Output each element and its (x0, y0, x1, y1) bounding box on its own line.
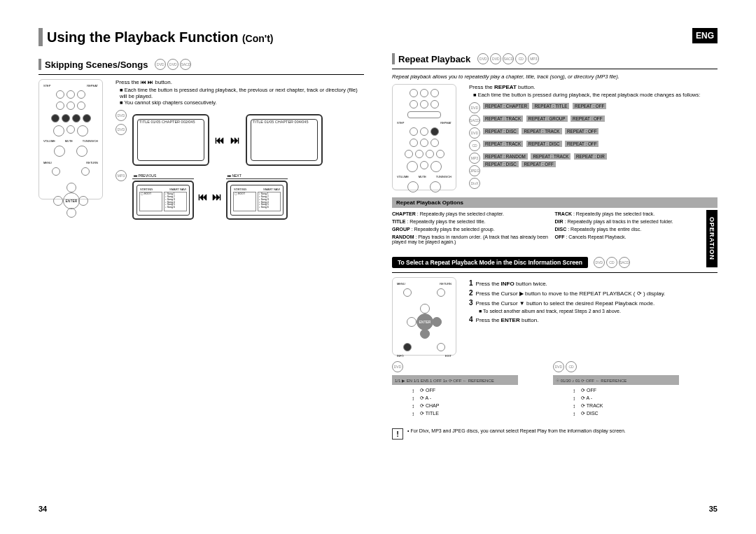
flow-item: ⟳ TITLE (420, 411, 518, 416)
mode-badge: REPEAT : DISC (483, 128, 519, 134)
disc-icon: DVD (155, 59, 166, 70)
disc-type-icons: DVD DVD SACD CD MP3 (477, 53, 539, 64)
tv-caption: TITLE 01/05 CHAPTER 004/045 (253, 120, 308, 124)
remote-dpad-diagram: MENURETURN ENTER INFOEXIT (392, 277, 456, 356)
option-item: CHAPTER : Repeatedly plays the selected … (392, 211, 555, 216)
step-1: 1Press the INFO button twice. (469, 279, 718, 287)
mode-badge: REPEAT : CHAPTER (483, 103, 529, 109)
mode-badge: REPEAT : OFF (570, 115, 604, 122)
step-3: 3Press the Cursor ▼ button to select the… (469, 299, 718, 307)
step-3-sub: ■ To select another album and track, rep… (479, 309, 718, 314)
bottom-diagrams: DVD 1/1 ▶ EN 1/1 EN5.1 OFF 1x ⟳ OFF ← RE… (392, 361, 718, 419)
section-accent-bar (38, 59, 41, 70)
disc-icon: MP3 (115, 170, 127, 181)
mode-badge: REPEAT : DISC (483, 161, 519, 167)
press-instruction: Press the REPEAT button. (469, 84, 718, 90)
page-number: 35 (709, 505, 718, 513)
disc-icon: DivX (469, 178, 480, 189)
page-left: Using the Playback Function (Con't) Skip… (38, 28, 364, 513)
section-accent-bar (392, 53, 395, 64)
remote-control-diagram: STEPREPEAT VOLUMEMUTETUNING/CH (392, 84, 456, 190)
disc-icon: DVD (469, 127, 480, 139)
tv-caption: TITLE 01/05 CHAPTER 002/045 (139, 120, 195, 124)
mini-label: ⏭ NEXT (226, 173, 288, 179)
disc-type-icons: DVD DVD SACD (155, 59, 191, 70)
disc-icon: CD (606, 257, 617, 268)
repeat-mode-row: DVD REPEAT : DISC REPEAT : TRACK REPEAT … (469, 127, 718, 139)
next-button[interactable] (83, 114, 91, 122)
note-icon: ! (392, 428, 403, 440)
option-item: GROUP : Repeatedly plays the selected gr… (392, 227, 555, 232)
disc-icon: DVD (490, 53, 501, 64)
skipping-section-header: Skipping Scenes/Songs DVD DVD SACD (38, 59, 364, 70)
mode-badge: REPEAT : TRACK (522, 128, 561, 134)
repeat-button[interactable] (430, 127, 439, 136)
tv-screen: TITLE 01/05 CHAPTER 004/045 (246, 114, 323, 166)
info-bar: ☉ 01/20 ♪ 01 ⟳ OFF ← REFERENCE (553, 375, 679, 385)
disc-icon: DVD (115, 110, 127, 121)
mode-badge: REPEAT : OFF (522, 161, 555, 167)
mode-badge: REPEAT : RANDOM (483, 153, 528, 160)
tv-screens-row: TITLE 01/05 CHAPTER 002/045 ⏮ ⏭ TITLE 01… (132, 114, 323, 166)
disc-icon: MP3 (528, 53, 539, 64)
main-title-row: Using the Playback Function (Con't) (38, 28, 364, 46)
select-mode-header: To Select a Repeat Playback Mode in the … (392, 257, 718, 268)
flow-item: ⟳ A - (581, 395, 679, 401)
enter-button[interactable]: ENTER (416, 314, 433, 330)
disc-icon: JPEG (469, 165, 480, 176)
info-button[interactable] (403, 343, 412, 351)
disc-icon: DVD (167, 59, 178, 70)
title-accent-bar (38, 28, 43, 46)
flow-item: ⟳ OFF (420, 388, 518, 393)
flow-item: ⟳ TRACK (581, 403, 679, 409)
disc-icon: SACD (180, 59, 191, 70)
flow-item: ⟳ A - (420, 395, 518, 401)
repeat-mode-row: SACD REPEAT : TRACK REPEAT : GROUP REPEA… (469, 115, 718, 126)
mode-badge: REPEAT : TRACK (483, 115, 523, 122)
disc-icon: DVD (115, 124, 127, 135)
remote-control-diagram: STEPREPEAT VOLUMEMUTETUNING/CH (38, 79, 103, 199)
next-icon: ⏭ (212, 191, 222, 202)
disc-icon: DVD (594, 257, 605, 268)
step-4: 4Press the ENTER button. (469, 316, 718, 323)
disc-icon: SACD (619, 257, 630, 268)
flow-item: ⟳ CHAP (420, 403, 518, 409)
intro-text: Repeat playback allows you to repeatedly… (392, 73, 718, 80)
mode-badge: REPEAT : OFF (573, 103, 606, 109)
mode-badge: REPEAT : DIR (574, 153, 607, 160)
section-divider (392, 272, 718, 273)
mode-badge: REPEAT : TRACK (483, 141, 523, 147)
next-icon: ⏭ (230, 134, 240, 146)
mode-badge: REPEAT : TRACK (531, 153, 570, 160)
option-item: DISC : Repeatedly plays the entire disc. (555, 227, 718, 232)
disc-icon: MP3 (469, 153, 480, 164)
disc-icon: DVD (553, 361, 564, 372)
mini-label: ⏮ PREVIOUS (132, 173, 194, 179)
disc-icon: CD (566, 361, 577, 372)
title-main: Using the Playback Function (47, 29, 238, 45)
mode-badge: REPEAT : DISC (526, 141, 562, 147)
option-item: RANDOM : Plays tracks in random order. (… (392, 234, 555, 244)
disc-icon: SACD (469, 115, 480, 126)
prev-icon: ⏮ (198, 191, 208, 202)
mini-screens-row: ⏮ PREVIOUS SORTINGSMART NAVI ▢ ROOT ♪ So… (132, 173, 288, 220)
options-grid: CHAPTER : Repeatedly plays the selected … (392, 211, 718, 247)
info-bar: 1/1 ▶ EN 1/1 EN5.1 OFF 1x ⟳ OFF ← REFERE… (392, 375, 518, 385)
note-text: • For Divx, MP3 and JPEG discs, you cann… (407, 428, 626, 440)
option-item: TRACK : Repeatedly plays the selected tr… (555, 211, 718, 216)
bullet-text: ■ Each time the button is pressed during… (120, 87, 364, 106)
page-title: Using the Playback Function (Con't) (47, 29, 273, 45)
section-divider (392, 69, 718, 69)
step-2: 2Press the Cursor ▶ button to move to th… (469, 289, 718, 297)
title-cont: (Con't) (242, 33, 274, 44)
select-mode-pill: To Select a Repeat Playback Mode in the … (392, 257, 588, 268)
tv-screen: TITLE 01/05 CHAPTER 002/045 (132, 114, 209, 166)
prev-button[interactable] (51, 114, 59, 122)
bullet-text: ■ Each time the button is pressed during… (473, 92, 718, 98)
option-item: TITLE : Repeatedly plays the selected ti… (392, 219, 555, 224)
mode-badge: REPEAT : OFF (565, 141, 598, 147)
section-title: Repeat Playback (398, 54, 470, 64)
diagram-dvd: DVD 1/1 ▶ EN 1/1 EN5.1 OFF 1x ⟳ OFF ← RE… (392, 361, 518, 419)
repeat-mode-row: MP3 JPEG DivX REPEAT : RANDOM REPEAT : T… (469, 153, 718, 189)
flow-item: ⟳ DISC (581, 411, 679, 416)
